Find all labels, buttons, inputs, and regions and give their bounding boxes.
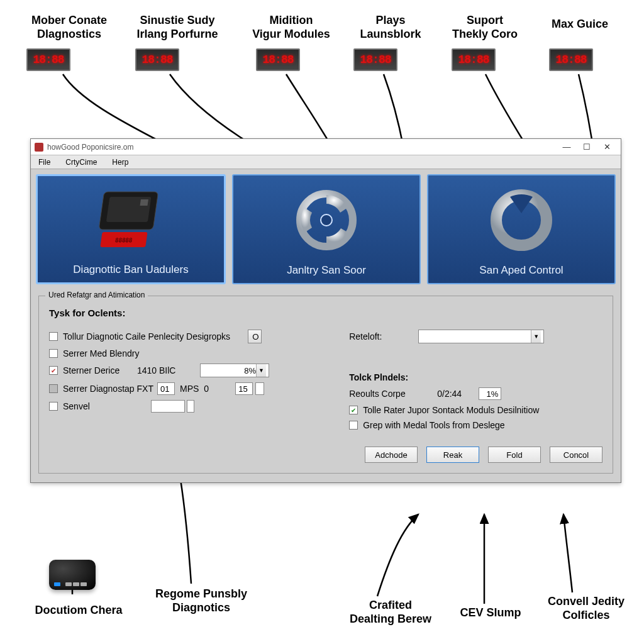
menu-herp[interactable]: Herp xyxy=(108,157,132,168)
window-title: howGood Poponicsire.om xyxy=(47,143,133,152)
led-5 xyxy=(452,48,496,71)
top-tiles: 88888 Diagnottic Ban Uadulers xyxy=(31,169,621,289)
tile-janltry[interactable]: Janltry San Soor xyxy=(232,174,421,284)
tile-diagnostic-label: Diagnottic Ban Uadulers xyxy=(73,264,188,276)
label-reoults: Reoults Corpe xyxy=(349,389,418,399)
label-reteloft: Reteloft: xyxy=(349,331,399,341)
input-fxt2[interactable] xyxy=(235,382,253,395)
callout-6: Max Guice xyxy=(542,18,618,31)
btn-concol[interactable]: Concol xyxy=(550,447,602,463)
svg-point-6 xyxy=(321,214,332,226)
chk-tollur[interactable] xyxy=(49,332,58,341)
label-sterner: Sterner Derice xyxy=(63,365,132,375)
menubar: File CrtyCime Herp xyxy=(31,155,621,169)
input-fxt3[interactable] xyxy=(255,382,264,395)
tile-control[interactable]: San Aped Control xyxy=(427,174,616,284)
bottom-label-5: Convell JedityColficles xyxy=(536,595,636,622)
label-tolle-rater: Tolle Rater Jupor Sontack Moduls Desilni… xyxy=(363,405,539,415)
input-senvel-2[interactable] xyxy=(187,400,194,413)
select-sterner-pct[interactable]: 8% ▼ xyxy=(200,364,269,377)
minimize-button[interactable]: — xyxy=(557,141,577,153)
led-3 xyxy=(256,48,300,71)
label-serrer-diag: Serrer Diagnostap FXT xyxy=(63,384,157,394)
chk-senvel[interactable] xyxy=(49,402,58,411)
groupbox-title: Ured Refatgr and Atimication xyxy=(45,291,148,299)
chk-serrer-med[interactable] xyxy=(49,349,58,358)
bottom-label-1: Docutiom Chera xyxy=(25,604,132,618)
tile-diagnostic-graphic: 88888 xyxy=(38,176,224,264)
label-tolck: Tolck Plndels: xyxy=(349,372,408,382)
bottom-label-3: CrafitedDealting Berew xyxy=(331,599,450,626)
callout-2: Sinustie SudyIrlang Porfurne xyxy=(124,14,231,41)
titlebar[interactable]: howGood Poponicsire.om — ☐ ✕ xyxy=(31,139,621,155)
led-1 xyxy=(26,48,70,71)
led-2 xyxy=(135,48,179,71)
btn-small-o[interactable]: O xyxy=(248,330,262,343)
callout-4: PlaysLaunsblork xyxy=(350,14,431,41)
label-tollur: Tollur Diagnotic Caile Penlecity Desigro… xyxy=(63,331,230,341)
btn-fold[interactable]: Fold xyxy=(488,447,541,463)
val-mps: 0 xyxy=(204,384,223,394)
callout-1: Mober ConateDlagnostics xyxy=(22,14,116,41)
select-reteloft[interactable]: ▼ xyxy=(418,330,544,343)
chk-sterner[interactable] xyxy=(49,366,58,375)
val-sterner: 1410 BIlC xyxy=(137,365,181,375)
btn-adchode[interactable]: Adchode xyxy=(365,447,418,463)
chk-tolle-rater[interactable] xyxy=(349,406,358,414)
close-button[interactable]: ✕ xyxy=(597,141,617,153)
label-mps: MPS xyxy=(180,384,199,394)
menu-file[interactable]: File xyxy=(35,157,54,168)
bottom-label-2: Regome PunsblyDiagnotics xyxy=(142,587,261,614)
groupbox-main: Ured Refatgr and Atimication Tysk for Oc… xyxy=(38,296,613,474)
chevron-down-icon: ▼ xyxy=(531,330,541,343)
tile-diagnostic[interactable]: 88888 Diagnottic Ban Uadulers xyxy=(36,174,226,284)
chk-grep[interactable] xyxy=(349,421,358,430)
led-6 xyxy=(549,48,593,71)
val-reoults-a: 0/2:44 xyxy=(437,389,475,399)
label-serrer-med: Serrer Med Blendry xyxy=(63,348,139,358)
btn-reak[interactable]: Reak xyxy=(426,447,479,463)
app-window: howGood Poponicsire.om — ☐ ✕ File CrtyCi… xyxy=(30,138,621,483)
tile-janltry-label: Janltry San Soor xyxy=(287,264,366,277)
button-bar: Adchode Reak Fold Concol xyxy=(49,447,602,463)
chk-serrer-diag[interactable] xyxy=(49,384,58,393)
callout-3: MiditionVigur Modules xyxy=(244,14,338,41)
callout-5: SuportThekly Coro xyxy=(444,14,526,41)
device-thumb xyxy=(49,560,96,590)
menu-crtycime[interactable]: CrtyCime xyxy=(62,157,101,168)
app-icon xyxy=(35,143,43,152)
input-fxt1[interactable] xyxy=(157,382,175,395)
label-senvel: Senvel xyxy=(63,401,132,411)
chevron-down-icon: ▼ xyxy=(256,364,266,377)
input-reoults-pct[interactable] xyxy=(479,387,501,400)
svg-rect-2 xyxy=(140,199,148,206)
section-title: Tysk for Oclents: xyxy=(49,308,602,318)
tile-janltry-graphic xyxy=(233,175,419,264)
svg-text:88888: 88888 xyxy=(115,237,133,243)
tile-control-label: San Aped Control xyxy=(479,264,563,277)
input-senvel[interactable] xyxy=(151,400,185,413)
bottom-label-4: CEV Slump xyxy=(453,606,528,620)
led-4 xyxy=(353,48,397,71)
label-grep: Grep with Medal Tools from Deslege xyxy=(363,420,504,430)
tile-control-graphic xyxy=(428,175,614,264)
maximize-button[interactable]: ☐ xyxy=(577,141,597,153)
